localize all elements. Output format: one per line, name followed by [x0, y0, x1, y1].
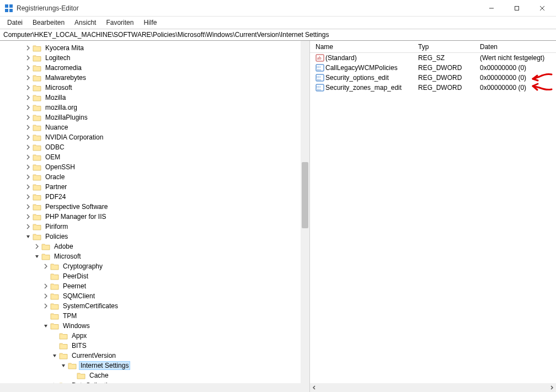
value-row[interactable]: Security_zones_map_editREG_DWORD0x000000…	[310, 83, 556, 93]
value-row[interactable]: Security_options_editREG_DWORD0x00000000…	[310, 73, 556, 83]
tree-node-label[interactable]: Peernet	[61, 282, 88, 291]
expander-closed-icon[interactable]	[24, 73, 33, 82]
tree-node[interactable]: TPM	[0, 311, 301, 321]
tree-node[interactable]: Internet Settings	[0, 361, 301, 370]
tree-node-label[interactable]: CurrentVersion	[70, 351, 117, 360]
tree-node[interactable]: mozilla.org	[0, 103, 301, 112]
expander-closed-icon[interactable]	[41, 292, 50, 300]
expander-closed-icon[interactable]	[24, 222, 33, 231]
tree-node[interactable]: Oracle	[0, 172, 301, 182]
expander-open-icon[interactable]	[50, 351, 59, 360]
expander-closed-icon[interactable]	[24, 153, 33, 162]
tree-node-label[interactable]: PHP Manager for IIS	[44, 212, 108, 221]
expander-closed-icon[interactable]	[24, 202, 33, 211]
tree-node[interactable]: Microsoft	[0, 251, 301, 261]
tree-node[interactable]: Cryptography	[0, 261, 301, 271]
tree-node[interactable]: NVIDIA Corporation	[0, 132, 301, 142]
tree-node[interactable]: Macromedia	[0, 63, 301, 73]
tree-node[interactable]: Cache	[0, 370, 301, 380]
tree-node[interactable]: ODBC	[0, 142, 301, 152]
tree-node[interactable]: Nuance	[0, 122, 301, 132]
expander-open-icon[interactable]	[41, 321, 50, 330]
expander-closed-icon[interactable]	[24, 63, 33, 72]
value-row[interactable]: (Standard)REG_SZ(Wert nicht festgelegt)	[310, 53, 556, 63]
column-headers[interactable]: Name Typ Daten	[310, 41, 556, 53]
tree-node[interactable]: Windows	[0, 321, 301, 331]
tree-scrollbar-thumb[interactable]	[302, 162, 308, 228]
value-row[interactable]: CallLegacyWCMPoliciesREG_DWORD0x00000000…	[310, 63, 556, 73]
column-header-name[interactable]: Name	[312, 42, 415, 52]
address-input[interactable]	[3, 31, 553, 39]
tree-node[interactable]: Adobe	[0, 241, 301, 251]
tree-node-label[interactable]: BITS	[70, 341, 88, 350]
expander-open-icon[interactable]	[24, 232, 33, 241]
tree-node-label[interactable]: ODBC	[44, 143, 66, 152]
menu-view[interactable]: Ansicht	[70, 18, 101, 28]
values-horizontal-scrollbar[interactable]	[310, 383, 556, 392]
tree-node-label[interactable]: Logitech	[44, 53, 72, 62]
expander-closed-icon[interactable]	[24, 143, 33, 152]
tree-node-label[interactable]: Macromedia	[44, 63, 83, 72]
expander-closed-icon[interactable]	[24, 113, 33, 122]
expander-open-icon[interactable]	[33, 252, 41, 261]
tree-node[interactable]: SystemCertificates	[0, 301, 301, 311]
tree-node[interactable]: Peernet	[0, 281, 301, 291]
tree-node[interactable]: Microsoft	[0, 83, 301, 93]
tree-node-label[interactable]: MozillaPlugins	[44, 113, 89, 122]
tree-node-label[interactable]: Kyocera Mita	[44, 44, 85, 52]
expander-closed-icon[interactable]	[24, 192, 33, 201]
expander-closed-icon[interactable]	[24, 103, 33, 112]
tree-node[interactable]: MozillaPlugins	[0, 112, 301, 122]
tree-node-label[interactable]: Policies	[44, 232, 70, 241]
close-button[interactable]	[530, 0, 555, 17]
expander-open-icon[interactable]	[59, 361, 68, 370]
tree-node-label[interactable]: Appx	[70, 331, 88, 340]
tree-node-label[interactable]: OpenSSH	[44, 163, 77, 171]
column-header-type[interactable]: Typ	[415, 42, 477, 52]
expander-closed-icon[interactable]	[24, 83, 33, 92]
tree-node-label[interactable]: PeerDist	[61, 272, 90, 281]
tree-node[interactable]: BITS	[0, 341, 301, 351]
tree-node-label[interactable]: Perspective Software	[44, 202, 109, 211]
expander-closed-icon[interactable]	[24, 173, 33, 181]
expander-closed-icon[interactable]	[24, 53, 33, 62]
expander-closed-icon[interactable]	[24, 93, 33, 102]
menu-favorites[interactable]: Favoriten	[101, 18, 138, 28]
tree-node[interactable]: Logitech	[0, 53, 301, 63]
registry-tree[interactable]: Kyocera MitaLogitechMacromediaMalwarebyt…	[0, 41, 301, 383]
tree-node[interactable]: SQMClient	[0, 291, 301, 301]
expander-closed-icon[interactable]	[24, 212, 33, 221]
tree-node[interactable]: OEM	[0, 152, 301, 162]
tree-node-label[interactable]: Microsoft	[44, 83, 74, 92]
tree-vertical-scrollbar[interactable]	[301, 41, 309, 383]
tree-node-label[interactable]: Partner	[44, 182, 68, 191]
expander-closed-icon[interactable]	[24, 44, 33, 52]
tree-node-label[interactable]: mozilla.org	[44, 103, 79, 112]
tree-node-label[interactable]: PDF24	[44, 192, 67, 201]
tree-node-label[interactable]: SQMClient	[61, 292, 97, 300]
tree-node[interactable]: Policies	[0, 232, 301, 241]
tree-node-label[interactable]: Microsoft	[52, 252, 83, 261]
tree-node-label[interactable]: Cryptography	[61, 262, 104, 271]
tree-horizontal-scrollbar[interactable]	[0, 383, 301, 392]
expander-closed-icon[interactable]	[24, 133, 33, 142]
tree-node-label[interactable]: Nuance	[44, 123, 70, 132]
expander-closed-icon[interactable]	[41, 262, 50, 271]
menu-help[interactable]: Hilfe	[138, 18, 162, 28]
tree-node[interactable]: OpenSSH	[0, 162, 301, 172]
tree-node-label[interactable]: TPM	[61, 312, 78, 320]
menu-edit[interactable]: Bearbeiten	[28, 18, 70, 28]
tree-node-label[interactable]: NVIDIA Corporation	[44, 133, 105, 142]
scroll-right-button[interactable]	[547, 383, 556, 392]
tree-node[interactable]: Partner	[0, 182, 301, 192]
tree-node-label[interactable]: Oracle	[44, 173, 66, 181]
tree-node[interactable]: PeerDist	[0, 271, 301, 281]
tree-node-label[interactable]: Malwarebytes	[44, 73, 88, 82]
tree-node[interactable]: Perspective Software	[0, 202, 301, 212]
tree-node[interactable]: Malwarebytes	[0, 73, 301, 83]
tree-node[interactable]: CurrentVersion	[0, 351, 301, 361]
expander-closed-icon[interactable]	[33, 242, 41, 251]
maximize-button[interactable]	[504, 0, 530, 17]
tree-node-label[interactable]: Adobe	[52, 242, 75, 251]
column-header-data[interactable]: Daten	[477, 42, 556, 52]
